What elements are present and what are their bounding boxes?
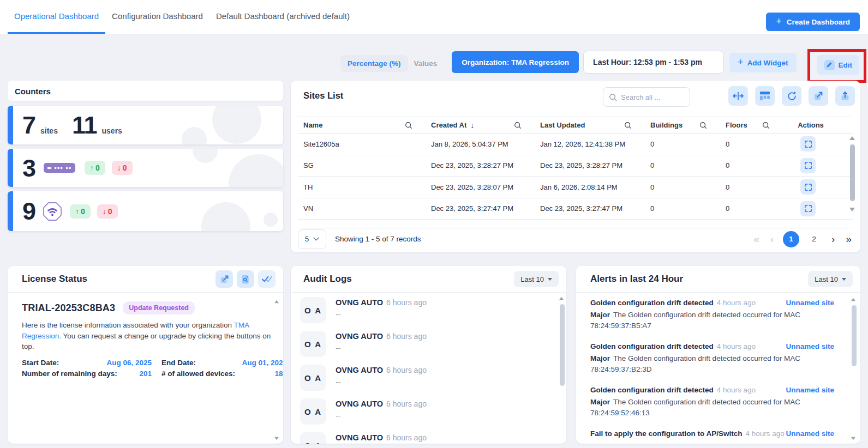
organization-selector-button[interactable]: Organization: TMA Regression (452, 51, 579, 73)
sites-search-input[interactable] (621, 93, 681, 101)
caret-down-icon (548, 278, 552, 281)
column-header-name[interactable]: Name (298, 121, 426, 129)
switch-icon (44, 163, 75, 173)
alert-item: Golden configuration drift detected 4 ho… (590, 293, 834, 336)
refresh-button[interactable] (782, 86, 801, 106)
page-number-button[interactable]: 1 (783, 231, 799, 247)
scroll-down-icon[interactable] (851, 437, 855, 440)
audit-detail: -- (336, 378, 427, 386)
sort-desc-icon[interactable]: ↓ (470, 121, 474, 130)
plus-icon: + (738, 57, 744, 67)
column-label: Created At (431, 121, 466, 129)
expand-site-button[interactable] (800, 136, 816, 152)
alerts-filter-dropdown[interactable]: Last 10 (808, 271, 853, 287)
scroll-up-icon[interactable] (849, 136, 855, 140)
request-upgrade-button[interactable] (215, 270, 233, 288)
page-size-select[interactable]: 5 (298, 229, 326, 249)
decorative-circle (201, 202, 250, 231)
column-search-icon[interactable] (699, 122, 707, 129)
alert-message-line: MajorThe Golden configuration drift dete… (590, 397, 834, 419)
scroll-up-icon[interactable] (559, 297, 564, 300)
expand-icon (804, 204, 812, 213)
time-range-picker[interactable]: Last Hour: 12:53 pm - 1:53 pm (583, 51, 724, 74)
annotation-highlight-box: Edit (807, 49, 867, 83)
license-field-label: # of allowed devices: (161, 370, 235, 378)
column-label: Floors (726, 121, 747, 129)
scroll-up-icon[interactable] (274, 300, 279, 304)
dashboard-tab[interactable]: Configuration Dashboard (105, 0, 209, 34)
cell-buildings: 0 (645, 183, 720, 191)
column-header-created-at[interactable]: Created At ↓ (426, 121, 535, 130)
cell-buildings: 0 (645, 161, 720, 169)
records-summary: Showing 1 - 5 of 7 records (335, 235, 421, 243)
scrollbar-thumb[interactable] (852, 305, 857, 366)
column-search-icon[interactable] (624, 122, 632, 129)
arrow-up-icon: ↑ (90, 164, 94, 172)
dashboard-tab[interactable]: Operational Dashboard (8, 0, 105, 34)
add-widget-button[interactable]: + Add Widget (729, 53, 796, 72)
license-field-value: 180 (274, 370, 283, 378)
ap-up-pill: ↑0 (70, 204, 91, 219)
expand-icon (804, 140, 812, 148)
chevron-down-icon (313, 237, 319, 241)
access-point-wifi-icon (43, 202, 62, 221)
cell-floors: 0 (720, 161, 783, 169)
sites-list-widget: Sites List Name (291, 81, 860, 252)
column-label: Name (303, 121, 322, 129)
column-search-icon[interactable] (514, 122, 522, 129)
users-label: users (102, 126, 122, 135)
alert-site-link[interactable]: Unnamed site (786, 429, 834, 438)
column-header-last-updated[interactable]: Last Updated (535, 121, 645, 129)
alert-title: Golden configuration drift detected (590, 299, 714, 307)
table-scrollbar[interactable] (849, 136, 855, 218)
alert-site-link[interactable]: Unnamed site (786, 342, 834, 350)
first-page-button[interactable]: « (752, 234, 761, 244)
columns-button[interactable] (755, 86, 775, 106)
approve-button[interactable] (258, 270, 276, 288)
next-page-button[interactable]: › (830, 234, 836, 244)
column-header-floors[interactable]: Floors (720, 121, 783, 129)
decorative-circle (212, 106, 261, 144)
page-number-button[interactable]: 2 (806, 231, 822, 247)
expand-site-button[interactable] (800, 201, 816, 216)
toggle-percentage[interactable]: Percentage (%) (340, 55, 408, 72)
open-external-button[interactable] (809, 86, 828, 106)
scrollbar-thumb[interactable] (850, 144, 855, 201)
table-row-partial (298, 220, 853, 224)
page-size-value: 5 (305, 235, 309, 243)
alert-site-link[interactable]: Unnamed site (786, 299, 834, 307)
alert-site-link[interactable]: Unnamed site (786, 386, 834, 394)
column-label: Buildings (650, 121, 683, 129)
column-search-icon[interactable] (405, 122, 412, 129)
license-field: Start Date: Aug 06, 2025 (22, 359, 152, 367)
audit-log-item: O A OVNG AUTO6 hours ago -- (291, 394, 566, 428)
expand-site-button[interactable] (800, 158, 816, 173)
column-header-buildings[interactable]: Buildings (645, 121, 720, 129)
edit-button[interactable]: Edit (817, 55, 860, 75)
scrollbar-thumb[interactable] (560, 304, 565, 386)
audit-log-item: O A OVNG AUTO6 hours ago -- (291, 326, 566, 360)
license-description: Here is the license information associat… (22, 320, 274, 352)
users-count: 11 users (72, 113, 122, 137)
toggle-values[interactable]: Values (408, 55, 444, 72)
cell-created-at: Dec 23, 2025, 3:27:47 PM (426, 204, 535, 213)
dashboard-tab[interactable]: Default Dashboard (archived default) (209, 0, 356, 34)
decorative-circle (193, 149, 218, 163)
prev-page-button[interactable]: ‹ (769, 234, 775, 244)
license-description-text: Here is the license information associat… (22, 321, 234, 329)
column-search-icon[interactable] (762, 122, 770, 129)
view-license-details-button[interactable] (237, 270, 254, 288)
expand-site-button[interactable] (800, 179, 816, 195)
fit-columns-button[interactable] (728, 86, 748, 106)
ap-up-count: 0 (81, 207, 85, 216)
scroll-down-icon[interactable] (849, 208, 855, 211)
audit-timestamp: 6 hours ago (386, 433, 427, 442)
export-button[interactable] (835, 86, 855, 106)
last-page-button[interactable]: » (844, 234, 853, 244)
audit-logs-filter-dropdown[interactable]: Last 10 (514, 271, 559, 287)
scroll-up-icon[interactable] (851, 298, 855, 301)
create-dashboard-button[interactable]: + Create Dashboard (766, 13, 860, 31)
scroll-down-icon[interactable] (274, 437, 279, 440)
alert-item: Fail to apply the configuration to AP/Sw… (590, 423, 834, 439)
sites-search (603, 87, 690, 107)
